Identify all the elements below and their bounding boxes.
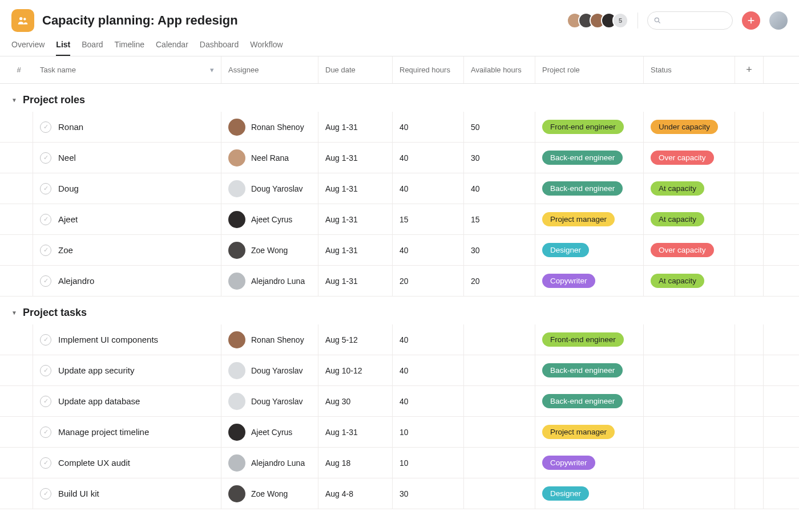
required-hours: 40 <box>400 335 409 344</box>
role-pill[interactable]: Front-end engineer <box>542 332 624 347</box>
add-column-button[interactable]: + <box>735 56 764 83</box>
tab-calendar[interactable]: Calendar <box>156 40 188 56</box>
role-pill[interactable]: Project manager <box>542 425 615 439</box>
current-user-avatar[interactable] <box>769 11 788 30</box>
check-circle-icon[interactable]: ✓ <box>40 457 51 469</box>
tab-timeline[interactable]: Timeline <box>115 40 144 56</box>
table-row[interactable]: ✓Manage project timelineAjeet CyrusAug 1… <box>0 417 799 448</box>
required-hours: 40 <box>400 246 409 255</box>
project-icon[interactable] <box>11 9 34 32</box>
column-due[interactable]: Due date <box>318 56 393 83</box>
table-row[interactable]: ✓Implement UI componentsRonan ShenoyAug … <box>0 324 799 355</box>
section-header[interactable]: ▼Project tasks <box>0 297 799 324</box>
due-date: Aug 1-31 <box>325 215 358 224</box>
assignee-name: Doug Yaroslav <box>251 366 303 375</box>
assignee-name: Ronan Shenoy <box>251 335 304 344</box>
role-pill[interactable]: Project manager <box>542 212 615 226</box>
column-status[interactable]: Status <box>644 56 735 83</box>
status-pill[interactable]: Over capacity <box>651 243 714 257</box>
task-name: Build UI kit <box>58 489 99 498</box>
assignee-avatar <box>228 485 245 502</box>
role-pill[interactable]: Back-end engineer <box>542 151 623 165</box>
task-name: Manage project timeline <box>58 427 149 437</box>
table-row[interactable]: ✓AjeetAjeet CyrusAug 1-311515Project man… <box>0 204 799 235</box>
tab-list[interactable]: List <box>56 40 70 56</box>
tab-dashboard[interactable]: Dashboard <box>200 40 239 56</box>
due-date: Aug 1-31 <box>325 184 358 193</box>
required-hours: 15 <box>400 215 409 224</box>
due-date: Aug 18 <box>325 458 350 468</box>
assignee-name: Ronan Shenoy <box>251 123 304 132</box>
assignee-avatar <box>228 424 245 441</box>
tab-workflow[interactable]: Workflow <box>250 40 283 56</box>
tab-board[interactable]: Board <box>82 40 103 56</box>
status-pill[interactable]: At capacity <box>651 181 704 196</box>
required-hours: 20 <box>400 277 409 286</box>
role-pill[interactable]: Designer <box>542 486 589 501</box>
check-circle-icon[interactable]: ✓ <box>40 245 51 256</box>
available-hours: 15 <box>471 215 480 224</box>
table-row[interactable]: ✓AlejandroAlejandro LunaAug 1-312020Copy… <box>0 266 799 297</box>
assignee-name: Zoe Wong <box>251 489 288 498</box>
check-circle-icon[interactable]: ✓ <box>40 488 51 499</box>
assignee-name: Ajeet Cyrus <box>251 428 292 437</box>
search-input[interactable] <box>647 11 733 30</box>
check-circle-icon[interactable]: ✓ <box>40 183 51 194</box>
team-icon <box>17 15 29 26</box>
table-row[interactable]: ✓Complete UX auditAlejandro LunaAug 1810… <box>0 448 799 478</box>
role-pill[interactable]: Back-end engineer <box>542 394 623 408</box>
add-button[interactable] <box>742 11 760 30</box>
column-available[interactable]: Available hours <box>464 56 535 83</box>
column-role[interactable]: Project role <box>535 56 644 83</box>
check-circle-icon[interactable]: ✓ <box>40 121 51 133</box>
assignee-avatar <box>228 362 245 379</box>
check-circle-icon[interactable]: ✓ <box>40 396 51 407</box>
check-circle-icon[interactable]: ✓ <box>40 152 51 164</box>
table-row[interactable]: ✓ZoeZoe WongAug 1-314030DesignerOver cap… <box>0 235 799 266</box>
due-date: Aug 1-31 <box>325 246 358 255</box>
role-pill[interactable]: Copywriter <box>542 456 595 470</box>
assignee-avatar <box>228 149 245 166</box>
search-icon <box>653 17 661 25</box>
status-pill[interactable]: Under capacity <box>651 120 718 134</box>
svg-point-0 <box>19 17 22 20</box>
member-stack[interactable]: 5 <box>567 13 628 29</box>
header-right: 5 <box>567 11 788 30</box>
check-circle-icon[interactable]: ✓ <box>40 334 51 346</box>
task-name: Update app database <box>58 396 140 406</box>
role-pill[interactable]: Back-end engineer <box>542 363 623 377</box>
assignee-avatar <box>228 454 245 472</box>
column-headers: # Task name ▾ Assignee Due date Required… <box>0 56 799 84</box>
member-overflow[interactable]: 5 <box>612 13 628 29</box>
role-pill[interactable]: Designer <box>542 243 589 257</box>
available-hours: 40 <box>471 184 480 193</box>
check-circle-icon[interactable]: ✓ <box>40 365 51 376</box>
table-row[interactable]: ✓Update app databaseDoug YaroslavAug 304… <box>0 386 799 417</box>
column-assignee[interactable]: Assignee <box>221 56 318 83</box>
available-hours: 30 <box>471 246 480 255</box>
tab-overview[interactable]: Overview <box>11 40 45 56</box>
check-circle-icon[interactable]: ✓ <box>40 427 51 438</box>
svg-point-1 <box>23 18 26 20</box>
assignee-name: Alejandro Luna <box>251 458 305 468</box>
column-required[interactable]: Required hours <box>393 56 464 83</box>
column-task[interactable]: Task name ▾ <box>33 56 221 83</box>
check-circle-icon[interactable]: ✓ <box>40 214 51 225</box>
assignee-name: Neel Rana <box>251 153 289 163</box>
project-title[interactable]: Capacity planning: App redesign <box>42 13 238 28</box>
table-row[interactable]: ✓Update app securityDoug YaroslavAug 10-… <box>0 355 799 386</box>
table-row[interactable]: ✓RonanRonan ShenoyAug 1-314050Front-end … <box>0 112 799 143</box>
status-pill[interactable]: At capacity <box>651 274 704 288</box>
role-pill[interactable]: Front-end engineer <box>542 120 624 134</box>
status-pill[interactable]: At capacity <box>651 212 704 226</box>
check-circle-icon[interactable]: ✓ <box>40 275 51 287</box>
project-header: Capacity planning: App redesign 5 <box>0 0 799 32</box>
table-row[interactable]: ✓NeelNeel RanaAug 1-314030Back-end engin… <box>0 143 799 173</box>
table-row[interactable]: ✓DougDoug YaroslavAug 1-314040Back-end e… <box>0 173 799 204</box>
role-pill[interactable]: Back-end engineer <box>542 181 623 196</box>
table-row[interactable]: ✓Build UI kitZoe WongAug 4-830Designer <box>0 478 799 509</box>
status-pill[interactable]: Over capacity <box>651 151 714 165</box>
section-header[interactable]: ▼Project roles <box>0 84 799 112</box>
role-pill[interactable]: Copywriter <box>542 274 595 288</box>
chevron-down-icon[interactable]: ▾ <box>210 66 214 74</box>
